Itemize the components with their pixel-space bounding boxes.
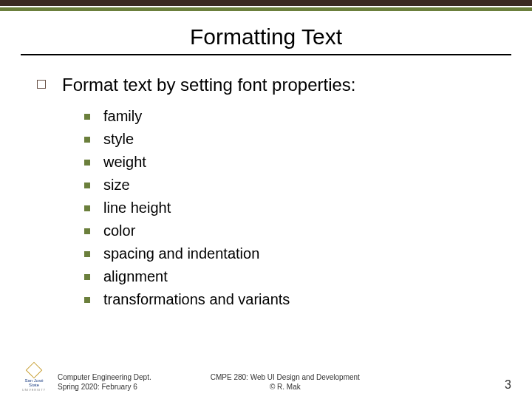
footer-course: CMPE 280: Web UI Design and Development … bbox=[211, 372, 360, 392]
logo-text: San José State bbox=[21, 378, 47, 388]
list-item: color bbox=[84, 222, 495, 239]
square-bullet-icon bbox=[84, 114, 90, 120]
square-bullet-icon bbox=[84, 205, 90, 211]
list-item-label: color bbox=[103, 222, 135, 239]
footer-dept: Computer Engineering Dept. Spring 2020: … bbox=[58, 372, 151, 392]
title-underline bbox=[21, 54, 511, 55]
slide-footer: San José State UNIVERSITY Computer Engin… bbox=[0, 364, 532, 392]
footer-course-line2: © R. Mak bbox=[211, 382, 360, 392]
slide-content: Format text by setting font properties: … bbox=[0, 73, 532, 308]
square-outline-bullet-icon bbox=[37, 80, 46, 89]
square-bullet-icon bbox=[84, 274, 90, 280]
logo-diamond-icon bbox=[26, 361, 43, 378]
list-item: family bbox=[84, 108, 495, 125]
list-item-label: line height bbox=[103, 200, 171, 216]
square-bullet-icon bbox=[84, 160, 90, 166]
list-item-label: style bbox=[103, 131, 134, 148]
top-brown-bar bbox=[0, 0, 532, 6]
logo-subtext: UNIVERSITY bbox=[22, 388, 46, 392]
list-item-label: spacing and indentation bbox=[103, 245, 259, 262]
list-item: style bbox=[84, 131, 495, 148]
list-item: weight bbox=[84, 154, 495, 171]
square-bullet-icon bbox=[84, 228, 90, 234]
university-logo: San José State UNIVERSITY bbox=[21, 364, 47, 392]
square-bullet-icon bbox=[84, 183, 90, 188]
list-item: line height bbox=[84, 200, 495, 216]
list-item-label: alignment bbox=[103, 268, 168, 285]
footer-dept-line1: Computer Engineering Dept. bbox=[58, 372, 151, 382]
square-bullet-icon bbox=[84, 137, 90, 143]
list-item: size bbox=[84, 177, 495, 194]
bullet-level1-text: Format text by setting font properties: bbox=[62, 73, 356, 96]
page-number: 3 bbox=[505, 378, 511, 392]
list-item-label: family bbox=[103, 108, 142, 125]
footer-dept-line2: Spring 2020: February 6 bbox=[58, 382, 151, 392]
list-item-label: transformations and variants bbox=[103, 291, 290, 308]
list-item-label: size bbox=[103, 177, 130, 194]
list-item: spacing and indentation bbox=[84, 245, 495, 262]
slide-title: Formatting Text bbox=[0, 24, 532, 50]
bullet-level1: Format text by setting font properties: bbox=[37, 73, 495, 96]
sub-bullet-list: family style weight size line height col… bbox=[84, 108, 495, 308]
list-item-label: weight bbox=[103, 154, 146, 171]
footer-course-line1: CMPE 280: Web UI Design and Development bbox=[211, 372, 360, 382]
square-bullet-icon bbox=[84, 297, 90, 303]
list-item: transformations and variants bbox=[84, 291, 495, 308]
list-item: alignment bbox=[84, 268, 495, 285]
square-bullet-icon bbox=[84, 251, 90, 257]
top-green-bar bbox=[0, 7, 532, 11]
